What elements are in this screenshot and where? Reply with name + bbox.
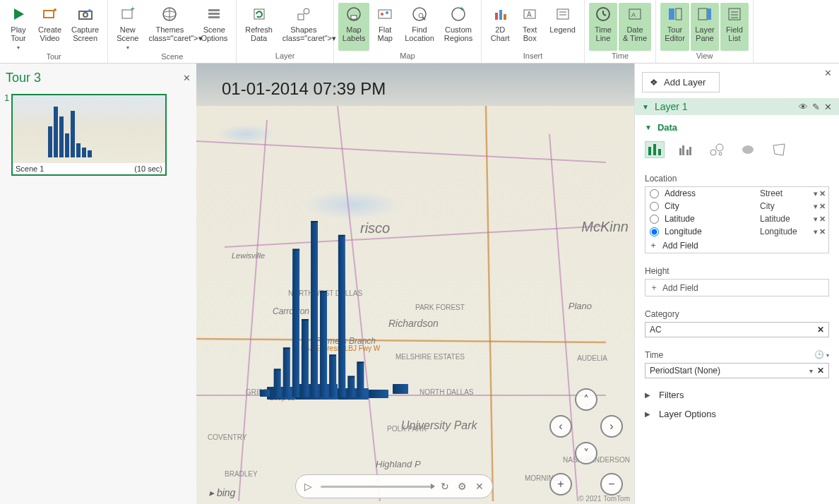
plus-icon: ＋: [650, 282, 658, 294]
zoom-in-button[interactable]: +: [549, 473, 572, 496]
layer-options-label: Layer Options: [659, 409, 716, 419]
close-timeline-icon[interactable]: ✕: [475, 481, 484, 492]
play-icon[interactable]: ▷: [304, 481, 312, 492]
refresh-data-button[interactable]: RefreshData: [241, 3, 277, 51]
flat-map-button[interactable]: FlatMap: [371, 3, 399, 51]
data-section-header[interactable]: ▼ Data: [635, 115, 839, 137]
map-labels-button[interactable]: MapLabels: [338, 3, 369, 51]
time-field[interactable]: PeriodStart (None) ▾ ✕: [645, 363, 829, 378]
ribbon-group-view: TourEditorLayerPaneFieldListView: [656, 0, 754, 63]
location-add-field[interactable]: ＋Add Field: [645, 238, 828, 253]
clock-icon[interactable]: 🕒: [814, 350, 824, 359]
filters-row[interactable]: ▶ Filters: [635, 385, 839, 404]
field-list-button[interactable]: FieldList: [720, 3, 749, 51]
svg-rect-56: [653, 144, 656, 155]
zoom-out-button[interactable]: −: [600, 473, 623, 496]
region-icon[interactable]: [769, 141, 789, 158]
ribbon-label: MapLabels: [343, 25, 365, 42]
newscene-icon: +: [118, 4, 138, 24]
location-radio[interactable]: [650, 189, 659, 198]
group-label: Map: [400, 52, 415, 60]
copyright: © 2021 TomTom: [578, 495, 630, 503]
svg-rect-26: [495, 13, 498, 20]
location-row[interactable]: AddressStreet▾ ✕: [645, 187, 828, 200]
location-row[interactable]: LatitudeLatitude▾ ✕: [645, 212, 828, 225]
layer-pane-button[interactable]: LayerPane: [691, 3, 719, 51]
add-field-label: Add Field: [662, 241, 698, 251]
bubble-icon[interactable]: [707, 141, 727, 158]
tilt-down-button[interactable]: ˅: [575, 442, 597, 464]
remove-icon[interactable]: ✕: [819, 215, 826, 224]
layer-pane: ✕ ❖ Add Layer ▼ Layer 1 👁 ✎ ✕ ▼ Data: [634, 64, 839, 504]
location-type[interactable]: Latitude: [760, 214, 809, 224]
remove-icon[interactable]: ✕: [819, 227, 826, 236]
clustered-column-icon[interactable]: [676, 141, 696, 158]
shapes-button[interactable]: Shapesclass="caret">▾: [278, 3, 329, 51]
chevron-down-icon: ▼: [645, 124, 652, 131]
location-row[interactable]: LongitudeLongitude▾ ✕: [645, 225, 828, 238]
remove-icon[interactable]: ✕: [817, 366, 824, 376]
remove-icon[interactable]: ✕: [819, 202, 826, 211]
edit-icon[interactable]: ✎: [812, 102, 820, 112]
eye-icon[interactable]: 👁: [799, 102, 808, 112]
time-line-button[interactable]: TimeLine: [589, 3, 617, 51]
ribbon-label: FindLocation: [405, 25, 434, 42]
category-field[interactable]: AC ✕: [645, 322, 829, 337]
new-scene-button[interactable]: +NewScene▾: [112, 3, 143, 52]
svg-line-52: [486, 106, 493, 501]
ribbon-group-map: MapLabelsFlatMapFindLocation+CustomRegio…: [334, 0, 482, 63]
location-type[interactable]: Street: [760, 188, 809, 198]
legend-button[interactable]: Legend: [545, 3, 580, 51]
height-add-field-button[interactable]: ＋ Add Field: [645, 279, 829, 296]
dropdown-icon[interactable]: ▾: [826, 352, 829, 359]
chevron-down-icon[interactable]: ▾: [814, 227, 818, 236]
date-time-button[interactable]: ADate& Time: [619, 3, 651, 51]
location-radio[interactable]: [650, 215, 659, 224]
rotate-right-button[interactable]: ›: [600, 415, 623, 438]
map-canvas[interactable]: 01-01-2014 07:39 PM risco McKinn Richard…: [196, 64, 634, 504]
add-layer-button[interactable]: ❖ Add Layer: [642, 72, 720, 92]
location-row[interactable]: CityCity▾ ✕: [645, 200, 828, 212]
timeline-track[interactable]: [321, 486, 432, 488]
chevron-down-icon[interactable]: ▾: [814, 215, 818, 224]
ribbon-label: Themesclass="caret">▾: [148, 25, 191, 42]
svg-text:+: +: [460, 6, 464, 13]
play-tour-button[interactable]: PlayTour▾: [4, 3, 32, 52]
loop-icon[interactable]: ↻: [441, 481, 449, 492]
chevron-down-icon[interactable]: ▾: [814, 189, 818, 198]
location-type[interactable]: Longitude: [760, 227, 809, 236]
heatmap-icon[interactable]: [738, 141, 758, 158]
settings-icon[interactable]: ⚙: [458, 481, 467, 492]
tour-editor-button[interactable]: TourEditor: [660, 3, 689, 51]
timeline-control[interactable]: ▷ ↻ ⚙ ✕: [295, 474, 493, 498]
rotate-left-button[interactable]: ‹: [549, 415, 572, 438]
stacked-column-icon[interactable]: [645, 141, 665, 158]
datetime-icon: A: [625, 4, 645, 24]
svg-point-64: [719, 152, 722, 155]
location-type[interactable]: City: [760, 201, 809, 211]
find-location-button[interactable]: FindLocation: [400, 3, 439, 51]
layer-options-row[interactable]: ▶ Layer Options: [635, 404, 839, 424]
close-icon[interactable]: ✕: [824, 68, 832, 78]
text-box-button[interactable]: ATextBox: [516, 3, 544, 51]
capture-screen-button[interactable]: CaptureScreen: [67, 3, 103, 52]
remove-icon[interactable]: ✕: [817, 325, 824, 335]
scene-thumbnail[interactable]: 1 Scene 1 (10 sec): [11, 94, 167, 176]
custom-regions-button[interactable]: +CustomRegions: [440, 3, 477, 51]
chevron-down-icon[interactable]: ▾: [809, 367, 813, 375]
close-icon[interactable]: ✕: [183, 73, 191, 83]
location-radio[interactable]: [650, 202, 659, 211]
create-video-button[interactable]: CreateVideo: [34, 3, 66, 52]
chevron-down-icon[interactable]: ▾: [814, 202, 818, 211]
themes-button[interactable]: Themesclass="caret">▾: [144, 3, 195, 52]
tilt-up-button[interactable]: ˄: [575, 388, 597, 411]
layer-header[interactable]: ▼ Layer 1 👁 ✎ ✕: [635, 98, 839, 115]
2d-chart-button[interactable]: 2DChart: [486, 3, 514, 51]
svg-rect-58: [679, 148, 682, 155]
ribbon-label: Legend: [549, 25, 576, 34]
delete-icon[interactable]: ✕: [824, 102, 832, 112]
remove-icon[interactable]: ✕: [819, 189, 826, 198]
location-radio[interactable]: [650, 227, 659, 236]
scene-options-button[interactable]: SceneOptions: [196, 3, 232, 52]
ribbon-group-insert: 2DChartATextBoxLegendInsert: [482, 0, 585, 63]
